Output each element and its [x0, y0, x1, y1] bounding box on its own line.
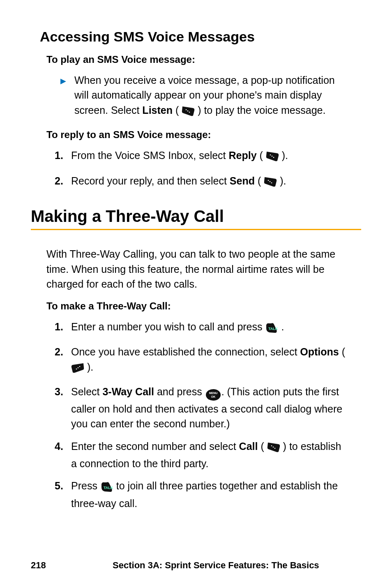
svg-text:OK: OK	[211, 395, 215, 398]
svg-point-17	[272, 446, 274, 447]
step-num: 5.	[55, 478, 71, 511]
sms-reply-step1: 1. From the Voice SMS Inbox, select Repl…	[55, 148, 361, 165]
right-softkey-icon	[71, 362, 84, 377]
sms-step2-pre: Record your reply, and then select	[71, 175, 230, 187]
tw-step1-pre: Enter a number you wish to call and pres…	[71, 321, 265, 332]
tw-step2-post: ).	[84, 361, 93, 373]
svg-point-2	[189, 111, 190, 113]
menu-ok-key-icon: MENUOK	[205, 387, 221, 401]
tw-step2-pre: Once you have established the connection…	[71, 346, 300, 357]
threeway-step1: 1. Enter a number you wish to call and p…	[55, 319, 361, 337]
threeway-intro: With Three-Way Calling, you can talk to …	[46, 247, 361, 291]
sms-reply-step2: 2. Record your reply, and then select Se…	[55, 173, 361, 191]
step-num: 2.	[55, 173, 71, 191]
left-softkey-icon	[267, 441, 280, 456]
threeway-step3: 3. Select 3-Way Call and press MENUOK . …	[55, 384, 361, 431]
sms-play-bullet: ▶ When you receive a voice message, a po…	[60, 73, 361, 120]
left-softkey-icon	[182, 105, 195, 120]
svg-point-1	[187, 110, 189, 111]
svg-point-16	[271, 445, 272, 446]
svg-point-5	[273, 157, 274, 158]
tw-step4-pre: Enter the second number and select	[71, 440, 239, 452]
sms-play-heading: To play an SMS Voice message:	[46, 54, 361, 65]
step-num: 4.	[55, 439, 71, 471]
footer-section: Section 3A: Sprint Service Features: The…	[71, 560, 361, 571]
sms-play-post: ) to play the voice message.	[195, 104, 325, 116]
svg-point-0	[186, 109, 187, 110]
threeway-step2: 2. Once you have established the connect…	[55, 344, 361, 377]
step-num: 1.	[55, 148, 71, 165]
svg-point-11	[78, 367, 79, 368]
tw-options-label: Options	[300, 346, 339, 357]
svg-point-8	[271, 182, 272, 184]
left-softkey-icon	[266, 150, 279, 165]
threeway-step4: 4. Enter the second number and select Ca…	[55, 439, 361, 471]
svg-point-13	[206, 389, 221, 401]
tw-step5-pre: Press	[71, 480, 100, 491]
svg-text:MENU: MENU	[209, 392, 217, 394]
step-text: From the Voice SMS Inbox, select Reply (…	[71, 148, 361, 165]
tw-step3-pre: Select	[71, 386, 102, 397]
svg-point-12	[76, 368, 77, 369]
step-text: Enter a number you wish to call and pres…	[71, 319, 361, 337]
step-text: Record your reply, and then select Send …	[71, 173, 361, 191]
page-number: 218	[31, 560, 46, 571]
sms-play-text: When you receive a voice message, a pop-…	[74, 73, 361, 120]
sms-reply-label: Reply	[229, 150, 257, 161]
tw-call-label: Call	[239, 440, 258, 452]
step-text: Enter the second number and select Call …	[71, 439, 361, 471]
svg-point-6	[268, 180, 269, 181]
page-footer: 218 Section 3A: Sprint Service Features:…	[0, 560, 392, 571]
tw-step3-mid: and press	[154, 386, 205, 397]
step-text: Select 3-Way Call and press MENUOK . (Th…	[71, 384, 361, 431]
step-text: Press TALK to join all three parties tog…	[71, 478, 361, 511]
step-num: 3.	[55, 384, 71, 431]
sms-step1-pre: From the Voice SMS Inbox, select	[71, 150, 229, 161]
sms-step2-post: ).	[277, 175, 286, 187]
step-num: 1.	[55, 319, 71, 337]
section-divider	[31, 229, 361, 230]
talk-key-icon: TALK	[265, 322, 278, 337]
sms-send-label: Send	[230, 175, 255, 187]
sms-reply-heading: To reply to an SMS Voice message:	[46, 129, 361, 141]
svg-point-18	[274, 447, 275, 449]
talk-key-icon: TALK	[100, 481, 113, 496]
bullet-arrow-icon: ▶	[60, 76, 66, 120]
sms-heading: Accessing SMS Voice Messages	[40, 29, 361, 45]
svg-point-7	[270, 181, 271, 182]
sms-listen-label: Listen	[142, 104, 173, 116]
tw-step1-post: .	[278, 321, 284, 332]
svg-text:TALK: TALK	[104, 486, 113, 490]
svg-point-10	[79, 366, 81, 367]
svg-point-3	[270, 154, 271, 155]
threeway-step5: 5. Press TALK to join all three parties …	[55, 478, 361, 511]
tw-3way-label: 3-Way Call	[102, 386, 154, 397]
svg-text:TALK: TALK	[268, 327, 278, 331]
step-num: 2.	[55, 344, 71, 377]
threeway-make-heading: To make a Three-Way Call:	[46, 300, 361, 312]
threeway-heading: Making a Three-Way Call	[31, 207, 361, 226]
step-text: Once you have established the connection…	[71, 344, 361, 377]
svg-point-4	[272, 155, 273, 157]
sms-step1-post: ).	[279, 150, 288, 161]
left-softkey-icon	[264, 176, 277, 191]
